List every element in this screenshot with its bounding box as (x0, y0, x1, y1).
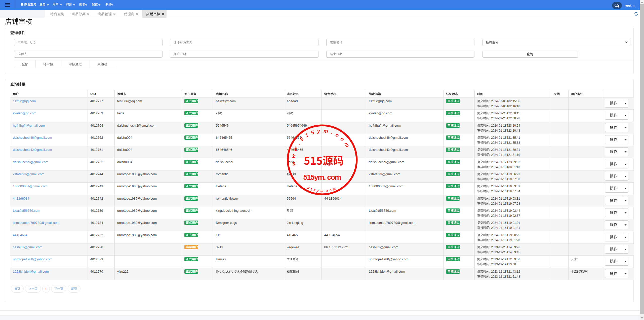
svg-text:515ym. com: 515ym. com (303, 173, 341, 181)
